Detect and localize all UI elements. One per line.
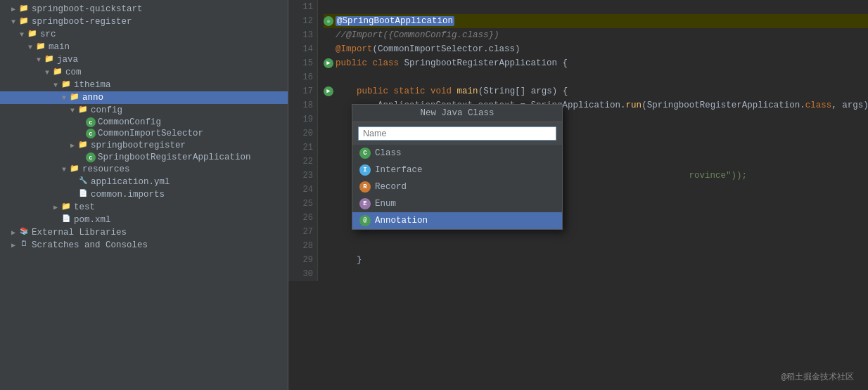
line-number-21: 21 <box>293 141 313 155</box>
sidebar-item-itheima[interactable]: ▼📁itheima <box>0 79 288 91</box>
class-app2: SpringbootRegisterApplication <box>647 100 800 110</box>
sidebar-item-springboot-quickstart[interactable]: ▶📁springboot-quickstart <box>0 3 288 15</box>
watermark: @稻土掘金技术社区 <box>781 371 854 383</box>
popup-item-icon-record: R <box>359 181 371 193</box>
tree-arrow-springbootregister: ▶ <box>68 141 77 150</box>
tree-icon-scratch: 🗒 <box>18 240 30 251</box>
tree-arrow-src: ▼ <box>17 31 27 39</box>
sidebar-item-java[interactable]: ▼📁java <box>0 53 288 66</box>
sidebar-item-common.imports[interactable]: 📄common.imports <box>0 188 288 201</box>
code-text-15: public class SpringbootRegisterApplicati… <box>336 56 568 70</box>
gutter-run-icon[interactable]: ▶ <box>324 58 333 68</box>
tree-icon-folder: 📁 <box>60 202 72 213</box>
kw-static: static <box>394 86 426 96</box>
popup-item-label-enum: Enum <box>375 199 396 209</box>
gutter-run-icon[interactable]: ▶ <box>324 86 333 96</box>
sidebar-label-springbootregister: springbootregister <box>91 141 186 150</box>
popup-item-annotation[interactable]: @Annotation <box>352 212 562 229</box>
popup-item-label-annotation: Annotation <box>375 216 428 226</box>
tree-arrow-config: ▼ <box>68 107 77 115</box>
sidebar-item-CommonConfig[interactable]: CCommonConfig <box>0 117 288 128</box>
line-numbers: 1112131415161718192021222324252627282930 <box>288 0 318 281</box>
sidebar-label-java: java <box>57 55 78 65</box>
tree-arrow-springboot-quickstart: ▶ <box>8 5 18 13</box>
editor: 1112131415161718192021222324252627282930… <box>288 0 868 390</box>
code-line-11 <box>324 0 868 14</box>
sidebar-label-resources: resources <box>82 164 130 174</box>
line-number-13: 13 <box>293 28 313 42</box>
popup-item-icon-class: C <box>359 148 371 159</box>
tree-icon-java: C <box>86 117 96 127</box>
popup-item-label-class: Class <box>375 148 402 158</box>
new-java-class-popup[interactable]: New Java Class CClassIInterfaceRRecordEE… <box>352 104 563 230</box>
popup-item-label-record: Record <box>375 182 407 192</box>
sidebar-item-SpringbootRegisterApplication[interactable]: CSpringbootRegisterApplication <box>0 152 288 163</box>
line-number-28: 28 <box>293 239 313 253</box>
sidebar-label-application.yml: application.yml <box>91 177 170 187</box>
popup-title: New Java Class <box>352 105 562 122</box>
popup-input-row <box>352 122 562 145</box>
sidebar-label-anno: anno <box>82 93 103 103</box>
sidebar-item-CommonImportSelector[interactable]: CCommonImportSelector <box>0 128 288 139</box>
tree-icon-folder: 📁 <box>52 67 63 78</box>
gutter-bean-icon[interactable]: ☕ <box>324 16 333 26</box>
code-line-28 <box>324 239 868 253</box>
tree-icon-folder: 📁 <box>77 105 89 116</box>
sidebar-item-external-libraries[interactable]: ▶📚External Libraries <box>0 226 288 239</box>
sidebar-label-test: test <box>74 202 95 212</box>
code-line-30 <box>324 267 868 281</box>
sidebar-label-itheima: itheima <box>74 80 111 90</box>
tree-icon-folder: 📁 <box>18 16 30 27</box>
sidebar-label-main: main <box>49 42 70 52</box>
sidebar-label-CommonConfig: CommonConfig <box>98 117 161 127</box>
line-number-12: 12 <box>293 14 313 28</box>
sidebar-label-springboot-quickstart: springboot-quickstart <box>32 4 143 14</box>
sidebar-item-application.yml[interactable]: 🔧application.yml <box>0 176 288 188</box>
tree-icon-folder: 📁 <box>60 79 72 91</box>
new-class-name-input[interactable] <box>358 126 556 141</box>
code-line-29: } <box>324 253 868 267</box>
tree-icon-lib: 📚 <box>18 227 30 238</box>
sidebar-item-main[interactable]: ▼📁main <box>0 41 288 53</box>
popup-item-icon-annotation: @ <box>359 215 371 226</box>
tree-arrow-java: ▼ <box>34 56 44 64</box>
tree-arrow-scratches: ▶ <box>8 241 18 249</box>
sidebar-label-scratches: Scratches and Consoles <box>32 240 148 250</box>
tree-arrow-test: ▶ <box>51 203 60 212</box>
tree-icon-imports: 📄 <box>77 189 89 200</box>
line-number-11: 11 <box>293 0 313 14</box>
sidebar-item-scratches[interactable]: ▶🗒Scratches and Consoles <box>0 239 288 252</box>
code-text-17: public static void main(String[] args) { <box>336 84 568 98</box>
class-name: SpringbootRegisterApplication <box>404 58 558 68</box>
sidebar-item-anno[interactable]: ▼📁anno <box>0 91 288 104</box>
tree-icon-folder: 📁 <box>69 92 80 103</box>
tree-icon-folder: 📁 <box>35 41 46 53</box>
method-run: run <box>626 100 642 110</box>
sidebar-item-resources[interactable]: ▼📁resources <box>0 163 288 176</box>
line-number-20: 20 <box>293 126 313 141</box>
sidebar-item-config[interactable]: ▼📁config <box>0 104 288 117</box>
sidebar-item-pom.xml[interactable]: 📄pom.xml <box>0 214 288 226</box>
popup-item-enum[interactable]: EEnum <box>352 195 562 212</box>
sidebar-item-springboot-register[interactable]: ▼📁springboot-register <box>0 15 288 28</box>
sidebar-item-com[interactable]: ▼📁com <box>0 66 288 79</box>
popup-item-record[interactable]: RRecord <box>352 178 562 195</box>
tree-arrow-external-libraries: ▶ <box>8 228 18 237</box>
sidebar-item-test[interactable]: ▶📁test <box>0 201 288 214</box>
popup-item-interface[interactable]: IInterface <box>352 162 562 178</box>
sidebar-item-src[interactable]: ▼📁src <box>0 28 288 41</box>
line-number-17: 17 <box>293 84 313 98</box>
line-number-16: 16 <box>293 70 313 84</box>
tree-icon-folder-src: 📁 <box>44 54 55 65</box>
tree-icon-xml: 📄 <box>60 214 72 226</box>
code-line-16 <box>324 70 868 84</box>
sidebar-label-pom.xml: pom.xml <box>74 215 111 225</box>
line-number-27: 27 <box>293 225 313 239</box>
sidebar-item-springbootregister[interactable]: ▶📁springbootregister <box>0 139 288 152</box>
tree-icon-java: C <box>86 152 96 162</box>
comment-import: //@Import({CommonConfig.class}) <box>336 30 499 40</box>
tree-arrow-com: ▼ <box>42 69 52 77</box>
line-number-18: 18 <box>293 98 313 112</box>
code-line-13: //@Import({CommonConfig.class}) <box>324 28 868 42</box>
popup-item-class[interactable]: CClass <box>352 145 562 162</box>
